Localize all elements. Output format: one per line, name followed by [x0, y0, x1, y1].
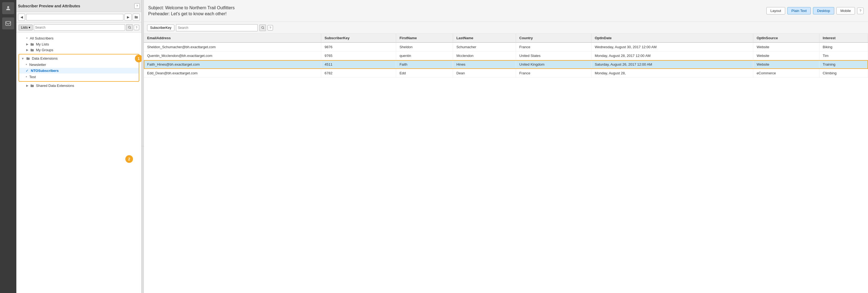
tree-label-newsletter: Newsletter [29, 63, 46, 67]
folder-icon-my-lists [30, 42, 34, 46]
cell-row4-col2: 6782 [321, 69, 396, 77]
cell-row3-col7: Website [753, 60, 819, 69]
tree-search-icon-btn[interactable] [126, 24, 133, 31]
cell-row2-col2: 9765 [321, 52, 396, 60]
subscriber-search-input[interactable] [176, 24, 258, 31]
col-header-email[interactable]: EmailAddress [144, 34, 321, 42]
col-header-firstname[interactable]: FirstName [396, 34, 453, 42]
folder-icon-shared [30, 84, 34, 88]
table-header-row: EmailAddress SubscriberKey FirstName Las… [144, 34, 868, 42]
cell-row1-col8: Biking [819, 42, 868, 52]
back-button[interactable]: ◀ [18, 13, 25, 21]
cell-row4-col7: eCommerce [753, 69, 819, 77]
folder-icon-my-groups [30, 48, 34, 52]
cell-row1-col3: Sheldon [396, 42, 453, 52]
preheader-line: Preheader: Let's get to know each other! [148, 11, 235, 17]
layout-button[interactable]: Layout [766, 7, 785, 14]
cell-row3-col6: Saturday, August 26, 2017 12:00 AM [591, 60, 753, 69]
cell-row4-col6: Monday, August 28, [591, 69, 753, 77]
bullet-icon-test: • [26, 74, 27, 79]
cell-row1-col5: France [516, 42, 591, 52]
left-panel-header: Subscriber Preview and Attributes ? [17, 0, 142, 12]
cell-row2-col1: Quentin_Mcclendon@bh.exacttarget.com [144, 52, 321, 60]
bullet-icon: • [26, 36, 28, 40]
cell-row4-col3: Edd [396, 69, 453, 77]
collapse-icon-shared: ▶ [26, 84, 28, 88]
nav-input[interactable] [26, 14, 123, 21]
table-row[interactable]: Faith_Hines@bh.exacttarget.com4511FaithH… [144, 60, 868, 69]
tree-label-data-extensions: Data Extensions [32, 56, 58, 60]
subscriber-help-button[interactable]: ? [268, 25, 273, 31]
table-row[interactable]: Edd_Dean@bh.exacttarget.com6782EddDeanFr… [144, 69, 868, 77]
table-area: EmailAddress SubscriberKey FirstName Las… [144, 34, 868, 293]
tree-label-nto-subscribers: NTOSubscribers [31, 69, 59, 73]
col-header-optinsource[interactable]: OptInSource [753, 34, 819, 42]
tree-item-nto-subscribers[interactable]: ✓ NTOSubscribers [19, 68, 139, 73]
tree-item-data-extensions[interactable]: ▼ Data Extensions 1 [19, 56, 139, 61]
main-help-button[interactable]: ? [857, 8, 864, 14]
toolbar-buttons: Layout Plain Text Desktop Mobile ? [766, 7, 864, 14]
table-row[interactable]: Sheldon_Schumacher@bh.exacttarget.com987… [144, 42, 868, 52]
cell-row4-col8: Climbing [819, 69, 868, 77]
desktop-button[interactable]: Desktop [813, 7, 834, 14]
cell-row2-col3: quentin [396, 52, 453, 60]
tree-item-test[interactable]: • Test [19, 73, 139, 80]
mobile-button[interactable]: Mobile [836, 7, 855, 14]
tree-item-shared-data-ext[interactable]: ▶ Shared Data Extensions [17, 83, 142, 89]
check-icon-nto: ✓ [26, 69, 29, 73]
folder-icon-data-ext [26, 57, 30, 60]
lists-dropdown-button[interactable]: Lists ▾ [19, 25, 33, 31]
col-header-interest[interactable]: Interest [819, 34, 868, 42]
svg-point-3 [261, 26, 264, 29]
cell-row3-col8: Training [819, 60, 868, 69]
tree-label-test: Test [29, 75, 36, 79]
cell-row3-col5: United Kingdom [516, 60, 591, 69]
table-row[interactable]: Quentin_Mcclendon@bh.exacttarget.com9765… [144, 52, 868, 60]
forward-button[interactable]: ▶ [125, 13, 132, 21]
col-header-optindate[interactable]: OptInDate [591, 34, 753, 42]
cell-row3-col2: 4511 [321, 60, 396, 69]
tree-label-my-groups: My Groups [36, 48, 53, 52]
cell-row1-col7: Website [753, 42, 819, 52]
subscriber-search-icon-btn[interactable] [259, 25, 266, 31]
subject-line: Subject: Welcome to Northern Trail Outfi… [148, 5, 235, 10]
cell-row4-col5: France [516, 69, 591, 77]
folder-button[interactable] [133, 13, 140, 21]
cell-row3-col4: Hines [453, 60, 516, 69]
user-icon-btn[interactable] [2, 2, 14, 14]
cell-row3-col3: Faith [396, 60, 453, 69]
sidebar-icons [0, 0, 17, 293]
tree-label-shared-data-ext: Shared Data Extensions [36, 84, 74, 88]
tree-item-my-lists[interactable]: ▶ My Lists [17, 41, 142, 47]
panel-help-button[interactable]: ? [134, 3, 140, 9]
subscriberkey-button[interactable]: SubscriberKey [147, 25, 174, 31]
plain-text-button[interactable]: Plain Text [787, 7, 811, 14]
col-header-country[interactable]: Country [516, 34, 591, 42]
data-extensions-group: ▼ Data Extensions 1 • Newsletter ✓ NTOSu… [19, 54, 139, 82]
badge-1: 1 [135, 55, 142, 62]
svg-rect-1 [6, 22, 11, 26]
tree-help-button[interactable]: ? [134, 25, 139, 30]
email-icon-btn[interactable] [2, 18, 14, 29]
cell-row1-col4: Schumacher [453, 42, 516, 52]
expand-icon-data-ext: ▼ [21, 57, 24, 60]
subscribers-table: EmailAddress SubscriberKey FirstName Las… [144, 34, 868, 77]
main-panel: Subject: Welcome to Northern Trail Outfi… [144, 0, 868, 293]
cell-row4-col4: Dean [453, 69, 516, 77]
col-header-key[interactable]: SubscriberKey [321, 34, 396, 42]
tree-item-my-groups[interactable]: ▶ My Groups [17, 47, 142, 53]
subscriber-search-bar: SubscriberKey ? [144, 22, 868, 34]
tree-search-bar: Lists ▾ ? [17, 22, 142, 33]
cell-row2-col5: United States [516, 52, 591, 60]
cell-row2-col4: Mcclendon [453, 52, 516, 60]
cell-row3-col1: Faith_Hines@bh.exacttarget.com [144, 60, 321, 69]
cell-row1-col1: Sheldon_Schumacher@bh.exacttarget.com [144, 42, 321, 52]
tree-item-all-subscribers[interactable]: • All Subscribers [17, 35, 142, 41]
cell-row1-col6: Wednesday, August 30, 2017 12:00 AM [591, 42, 753, 52]
resize-handle[interactable]: ⋮ [142, 0, 144, 293]
col-header-lastname[interactable]: LastName [453, 34, 516, 42]
collapse-icon-my-groups: ▶ [26, 48, 28, 52]
tree-item-newsletter[interactable]: • Newsletter [19, 61, 139, 68]
tree-search-input[interactable] [34, 24, 125, 31]
collapse-icon-my-lists: ▶ [26, 42, 28, 46]
